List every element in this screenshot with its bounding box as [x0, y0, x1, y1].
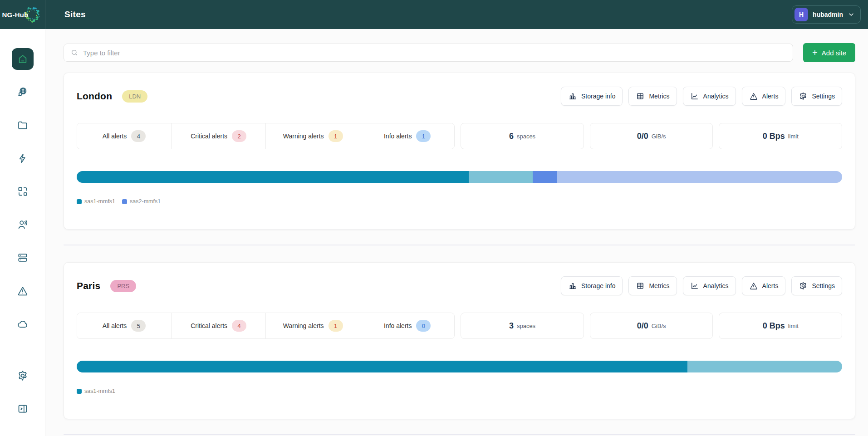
stats-row: All alerts 5 Critical alerts 4 Warning a… [77, 313, 842, 339]
gear-icon [17, 370, 29, 382]
stat-value: 6 [509, 132, 514, 141]
site-action-button[interactable]: Settings [791, 276, 842, 295]
usage-legend: sas1-mmfs1 [77, 388, 842, 394]
alert-count-badge: 5 [131, 320, 146, 332]
plus-icon: + [812, 48, 818, 57]
sidebar-item-settings[interactable] [12, 365, 34, 387]
alert-label: Critical alerts [191, 132, 227, 140]
site-name: London [77, 91, 112, 102]
site-action-button[interactable]: Storage info [561, 276, 623, 295]
sidebar-item-folders[interactable] [12, 114, 34, 136]
alert-filter-cell[interactable]: Info alerts 0 [360, 313, 454, 338]
sidebar-item-servers[interactable] [12, 247, 34, 269]
usage-bar-segment [77, 361, 687, 372]
usage-bar [77, 171, 842, 183]
alerts-group: All alerts 4 Critical alerts 2 Warning a… [77, 123, 455, 149]
bar-chart-icon [568, 281, 577, 290]
usage-bar-segment [687, 361, 842, 372]
user-name: hubadmin [813, 11, 843, 18]
stat-unit: limit [788, 133, 799, 140]
stat-box: 0 Bps limit [719, 313, 842, 339]
folder-icon [17, 119, 29, 131]
site-action-label: Metrics [649, 282, 669, 289]
page-title: Sites [64, 10, 86, 20]
gear-icon [799, 281, 808, 290]
alert-filter-cell[interactable]: All alerts 4 [77, 123, 172, 149]
add-site-button[interactable]: + Add site [803, 43, 855, 62]
alert-filter-cell[interactable]: Warning alerts 1 [266, 313, 360, 338]
site-action-label: Analytics [703, 282, 729, 289]
stat-unit: GiB/s [652, 133, 666, 140]
alert-count-badge: 4 [131, 130, 146, 142]
site-action-button[interactable]: Metrics [628, 276, 677, 295]
usage-legend: sas1-mmfs1 sas2-mmfs1 [77, 198, 842, 205]
site-action-button[interactable]: Alerts [742, 276, 786, 295]
stat-box: 0/0 GiB/s [590, 313, 713, 339]
alert-filter-cell[interactable]: Critical alerts 4 [172, 313, 266, 338]
add-site-label: Add site [822, 49, 846, 57]
sidebar-item-topology[interactable] [12, 181, 34, 202]
line-chart-icon [690, 92, 699, 101]
alert-count-badge: 1 [329, 320, 343, 332]
sidebar-item-cloud[interactable] [12, 313, 34, 335]
table-icon [636, 92, 645, 101]
legend-item: sas2-mmfs1 [122, 198, 161, 205]
legend-item: sas1-mmfs1 [77, 198, 115, 205]
section-divider [64, 434, 855, 435]
alert-label: All alerts [103, 322, 127, 329]
stat-unit: spaces [517, 323, 535, 329]
warning-triangle-icon [749, 92, 758, 101]
line-chart-icon [690, 281, 699, 290]
site-action-label: Settings [812, 93, 835, 100]
site-action-label: Alerts [762, 282, 779, 289]
site-action-label: Storage info [581, 282, 616, 289]
sidebar-item-home[interactable] [12, 48, 34, 70]
legend-label: sas2-mmfs1 [130, 198, 161, 205]
warning-triangle-icon [17, 285, 29, 297]
stat-unit: limit [788, 323, 799, 329]
alert-count-badge: 1 [416, 130, 431, 142]
site-name: Paris [77, 280, 100, 291]
sidebar-item-collapse[interactable] [12, 398, 34, 420]
site-actions: Storage info Metrics Analytics Alerts Se… [561, 276, 842, 295]
user-menu[interactable]: H hubadmin [792, 5, 861, 24]
stat-value: 0 Bps [763, 132, 785, 141]
chevron-down-icon [848, 11, 855, 18]
section-divider [64, 245, 855, 245]
search-input[interactable] [83, 49, 786, 57]
gear-icon [799, 92, 808, 101]
legend-item: sas1-mmfs1 [77, 388, 115, 394]
cloud-icon [17, 318, 29, 330]
site-code-badge: LDN [122, 90, 147, 103]
site-action-button[interactable]: Analytics [683, 87, 736, 106]
usage-bar-segment [557, 171, 842, 183]
alert-filter-cell[interactable]: All alerts 5 [77, 313, 172, 338]
sidebar-item-discovery[interactable] [12, 81, 34, 103]
site-action-label: Storage info [581, 93, 616, 100]
legend-swatch [122, 199, 127, 204]
sidebar-bottom [12, 365, 34, 420]
alert-filter-cell[interactable]: Info alerts 1 [360, 123, 454, 149]
site-action-button[interactable]: Alerts [742, 87, 786, 106]
server-stack-icon [17, 252, 29, 264]
sidebar-item-events[interactable] [12, 147, 34, 169]
usage-bar-segment [469, 171, 533, 183]
stat-unit: spaces [517, 133, 535, 140]
sidebar-item-users[interactable] [12, 214, 34, 235]
globe-search-icon [17, 86, 29, 98]
alert-label: Info alerts [384, 322, 412, 329]
app-header: NG-Hub Sites H hubadmin [0, 0, 868, 29]
site-action-button[interactable]: Storage info [561, 87, 623, 106]
stat-value: 0 Bps [763, 321, 785, 331]
site-action-button[interactable]: Metrics [628, 87, 677, 106]
stat-value: 0/0 [637, 321, 648, 331]
bar-chart-icon [568, 92, 577, 101]
sidebar-item-alerts[interactable] [12, 280, 34, 302]
site-action-button[interactable]: Analytics [683, 276, 736, 295]
alert-filter-cell[interactable]: Critical alerts 2 [172, 123, 266, 149]
main-content: + Add site London LDN Storage info Metri… [45, 29, 868, 436]
site-header: Paris PRS Storage info Metrics Analytics… [77, 276, 842, 295]
site-action-button[interactable]: Settings [791, 87, 842, 106]
logo-text: NG-Hub [2, 11, 29, 19]
alert-filter-cell[interactable]: Warning alerts 1 [266, 123, 360, 149]
